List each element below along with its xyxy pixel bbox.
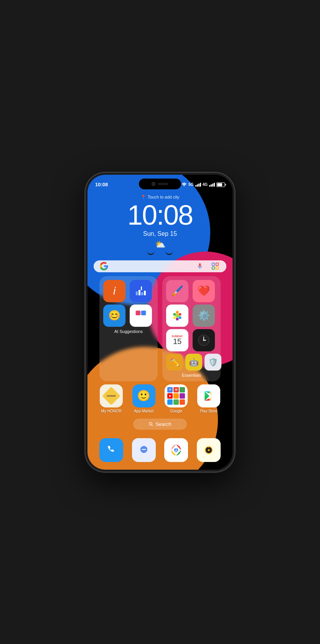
svg-rect-3 xyxy=(212,267,215,270)
status-icons: 5G 4G xyxy=(181,182,225,187)
svg-point-12 xyxy=(173,316,176,319)
app-icon-my-honor[interactable]: HONOR xyxy=(100,384,123,407)
app-item-honor[interactable]: HONOR My HONOR xyxy=(100,384,123,413)
signal-bars-2 xyxy=(209,183,215,187)
app-icon-heart[interactable]: ❤️ xyxy=(193,280,215,302)
phone-device: 10:08 5G 4G xyxy=(85,172,235,472)
search-pill-icon xyxy=(148,422,153,426)
app-icon-clock[interactable] xyxy=(193,329,215,351)
dock-icon-music[interactable] xyxy=(197,438,221,462)
app-icon-pages[interactable]: ✏️ xyxy=(166,354,183,371)
app-label-my-honor: My HONOR xyxy=(101,409,122,413)
dock-icon-messages[interactable] xyxy=(132,438,156,462)
left-eye xyxy=(147,251,155,255)
svg-rect-0 xyxy=(212,263,215,266)
dock-icon-phone[interactable] xyxy=(99,438,123,462)
lens-button[interactable] xyxy=(209,260,221,272)
signal-4g: 4G xyxy=(203,182,208,187)
wifi-icon xyxy=(181,182,187,187)
city-prompt-text: Touch to add city xyxy=(148,195,180,199)
svg-point-11 xyxy=(176,318,178,320)
signal-5g: 5G xyxy=(188,182,193,187)
app-item-google[interactable]: G M 📍 ▶ 🔶 Google xyxy=(165,384,188,413)
app-label-google: Google xyxy=(170,409,182,413)
app-item-appmarket[interactable]: 🙂 App Market xyxy=(132,384,155,413)
app-icon-calendar[interactable]: Sunday 15 xyxy=(166,329,188,351)
svg-rect-1 xyxy=(216,263,219,266)
folder-essentials-label: Essentials xyxy=(166,373,217,377)
app-label-play-store: Play Store xyxy=(200,409,218,413)
folder-essentials[interactable]: 🖌️ ❤️ xyxy=(162,276,221,381)
folder-essentials-grid: 🖌️ ❤️ xyxy=(166,280,217,351)
google-search-bar[interactable] xyxy=(94,260,226,272)
svg-point-8 xyxy=(176,311,178,313)
svg-point-10 xyxy=(179,316,181,319)
phone-screen: 10:08 5G 4G xyxy=(87,175,233,470)
app-icon-app-market[interactable]: 🙂 xyxy=(132,384,155,407)
face-eyes xyxy=(147,251,173,255)
location-icon: 📍 xyxy=(141,195,146,200)
svg-point-13 xyxy=(173,313,176,315)
status-time: 10:08 xyxy=(95,182,108,187)
folder-ai-label: AI Suggestions xyxy=(103,329,154,334)
app-icon-settings[interactable]: ⚙️ xyxy=(193,305,215,327)
dock xyxy=(87,434,233,470)
signal-bars-1 xyxy=(195,183,201,187)
svg-point-37 xyxy=(208,446,209,448)
app-icon-slides[interactable]: ▐ xyxy=(130,280,152,302)
right-eye xyxy=(165,251,173,255)
clock-area: 📍 Touch to add city 10:08 Sun, Sep 15 ⛅ xyxy=(87,192,233,255)
svg-rect-4 xyxy=(136,310,140,315)
svg-line-19 xyxy=(152,425,153,425)
svg-point-24 xyxy=(144,449,145,450)
folder-ai-grid: i ▐ xyxy=(103,280,154,327)
clock-date: Sun, Sep 15 xyxy=(143,230,177,237)
dock-icon-chrome[interactable] xyxy=(164,438,188,462)
search-pill-label: Search xyxy=(155,421,171,427)
app-icon-play-store[interactable] xyxy=(197,384,220,407)
app-icon-info[interactable]: i xyxy=(103,280,125,302)
svg-rect-2 xyxy=(216,267,219,270)
app-icon-google-folder[interactable]: G M 📍 ▶ 🔶 xyxy=(165,384,188,407)
screen-content: 📍 Touch to add city 10:08 Sun, Sep 15 ⛅ xyxy=(87,175,233,470)
svg-point-22 xyxy=(142,449,143,450)
face-sensor xyxy=(158,183,168,185)
google-logo xyxy=(99,261,109,271)
app-label-app-market: App Market xyxy=(134,409,153,413)
front-camera xyxy=(152,182,155,186)
app-icon-wechat[interactable]: 😊 xyxy=(103,305,125,327)
mic-button[interactable] xyxy=(194,260,206,272)
svg-point-36 xyxy=(208,449,209,451)
clock-time: 10:08 xyxy=(127,201,193,229)
svg-point-17 xyxy=(203,339,205,341)
bottom-apps-row: HONOR My HONOR 🙂 App Market xyxy=(87,384,233,413)
svg-rect-5 xyxy=(141,310,146,315)
dock-item-messages[interactable] xyxy=(132,438,156,462)
dock-item-phone[interactable] xyxy=(99,438,123,462)
weather-icon: ⛅ xyxy=(155,240,165,250)
battery-icon xyxy=(216,182,225,187)
app-icon-brush[interactable]: 🖌️ xyxy=(166,280,188,302)
app-item-play-store[interactable]: Play Store xyxy=(197,384,220,413)
dock-item-music[interactable] xyxy=(197,438,221,462)
app-icon-robot[interactable]: 🤖 xyxy=(185,354,202,371)
search-pill[interactable]: Search xyxy=(133,419,187,430)
folders-row: i ▐ xyxy=(87,276,233,381)
svg-point-9 xyxy=(179,313,181,315)
folder-ai-suggestions[interactable]: i ▐ xyxy=(99,276,158,381)
app-icon-multiscreen[interactable] xyxy=(130,305,152,327)
app-icon-shield[interactable]: 🛡️ xyxy=(205,354,221,371)
notch xyxy=(139,179,181,189)
city-prompt-row[interactable]: 📍 Touch to add city xyxy=(141,195,180,200)
svg-point-23 xyxy=(143,449,144,450)
app-icon-photos[interactable] xyxy=(166,305,188,327)
dock-item-chrome[interactable] xyxy=(164,438,188,462)
